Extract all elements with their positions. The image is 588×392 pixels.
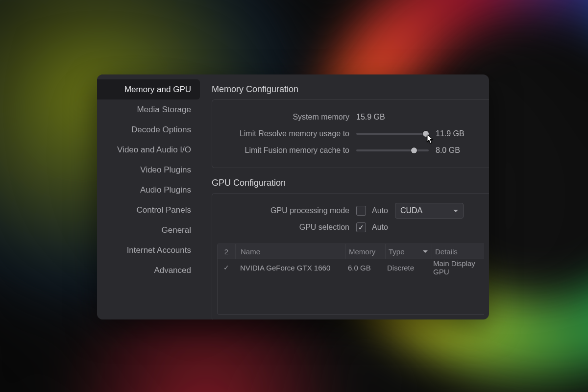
gpu-header-type-label: Type	[389, 247, 405, 256]
gpu-mode-label: GPU processing mode	[217, 206, 356, 215]
sidebar-item-video-plugins[interactable]: Video Plugins	[97, 160, 200, 180]
gpu-table-row[interactable]: ✓ NVIDIA GeForce GTX 1660 6.0 GB Discret…	[218, 259, 484, 275]
gpu-table: 2 Name Memory Type Details ✓ NVIDIA GeFo…	[217, 244, 484, 315]
gpu-mode-row: GPU processing mode Auto CUDA	[217, 202, 484, 219]
memory-section: System memory 15.9 GB Limit Resolve memo…	[212, 99, 489, 168]
sidebar-item-memory-and-gpu[interactable]: Memory and GPU	[97, 79, 200, 99]
chevron-down-icon	[423, 250, 428, 253]
sidebar-item-internet-accounts[interactable]: Internet Accounts	[97, 240, 200, 260]
gpu-header-details[interactable]: Details	[432, 244, 484, 259]
gpu-header-type[interactable]: Type	[386, 244, 432, 259]
resolve-slider-thumb[interactable]	[423, 131, 429, 137]
chevron-down-icon	[453, 210, 458, 212]
gpu-section: GPU processing mode Auto CUDA GPU select…	[212, 193, 489, 319]
gpu-selection-label: GPU selection	[217, 223, 356, 232]
gpu-mode-auto-label: Auto	[372, 206, 388, 215]
gpu-row-checkbox[interactable]: ✓	[223, 264, 229, 271]
gpu-selection-auto-checkbox[interactable]	[356, 222, 366, 232]
gpu-table-header: 2 Name Memory Type Details	[218, 244, 484, 259]
content-pane: Memory Configuration System memory 15.9 …	[200, 74, 489, 319]
sidebar-item-advanced[interactable]: Advanced	[97, 260, 200, 280]
sidebar-item-audio-plugins[interactable]: Audio Plugins	[97, 180, 200, 200]
sidebar-item-general[interactable]: General	[97, 220, 200, 240]
fusion-memory-label: Limit Fusion memory cache to	[217, 146, 356, 155]
resolve-memory-row: Limit Resolve memory usage to 11.9 GB	[217, 125, 484, 142]
sidebar-item-control-panels[interactable]: Control Panels	[97, 200, 200, 220]
sidebar-item-video-audio-io[interactable]: Video and Audio I/O	[97, 140, 200, 160]
gpu-mode-dropdown-value: CUDA	[400, 206, 422, 215]
gpu-header-memory[interactable]: Memory	[346, 244, 386, 259]
gpu-section-title: GPU Configuration	[212, 178, 489, 188]
gpu-header-count: 2	[218, 244, 236, 259]
resolve-memory-label: Limit Resolve memory usage to	[217, 129, 356, 138]
gpu-row-name: NVIDIA GeForce GTX 1660	[235, 260, 345, 275]
fusion-memory-row: Limit Fusion memory cache to 8.0 GB	[217, 142, 484, 159]
gpu-table-body: ✓ NVIDIA GeForce GTX 1660 6.0 GB Discret…	[218, 259, 484, 314]
system-memory-label: System memory	[217, 113, 356, 122]
gpu-selection-auto-label: Auto	[372, 223, 388, 232]
gpu-header-name[interactable]: Name	[236, 244, 346, 259]
gpu-mode-auto-checkbox[interactable]	[356, 206, 366, 216]
sidebar-item-decode-options[interactable]: Decode Options	[97, 120, 200, 140]
gpu-mode-dropdown[interactable]: CUDA	[395, 203, 464, 219]
fusion-memory-slider[interactable]	[356, 149, 429, 151]
resolve-memory-value: 11.9 GB	[436, 129, 465, 138]
resolve-memory-slider[interactable]	[356, 133, 429, 135]
gpu-row-details: Main Display GPU	[430, 260, 484, 275]
fusion-memory-value: 8.0 GB	[436, 146, 460, 155]
memory-section-title: Memory Configuration	[212, 84, 489, 95]
system-memory-value: 15.9 GB	[356, 113, 385, 122]
preferences-panel: Memory and GPU Media Storage Decode Opti…	[97, 74, 489, 319]
system-memory-row: System memory 15.9 GB	[217, 109, 484, 125]
fusion-slider-thumb[interactable]	[411, 147, 417, 153]
gpu-selection-row: GPU selection Auto	[217, 219, 484, 236]
sidebar-item-media-storage[interactable]: Media Storage	[97, 99, 200, 120]
sidebar: Memory and GPU Media Storage Decode Opti…	[97, 74, 200, 319]
gpu-row-type: Discrete	[384, 260, 430, 275]
gpu-row-memory: 6.0 GB	[345, 260, 384, 275]
